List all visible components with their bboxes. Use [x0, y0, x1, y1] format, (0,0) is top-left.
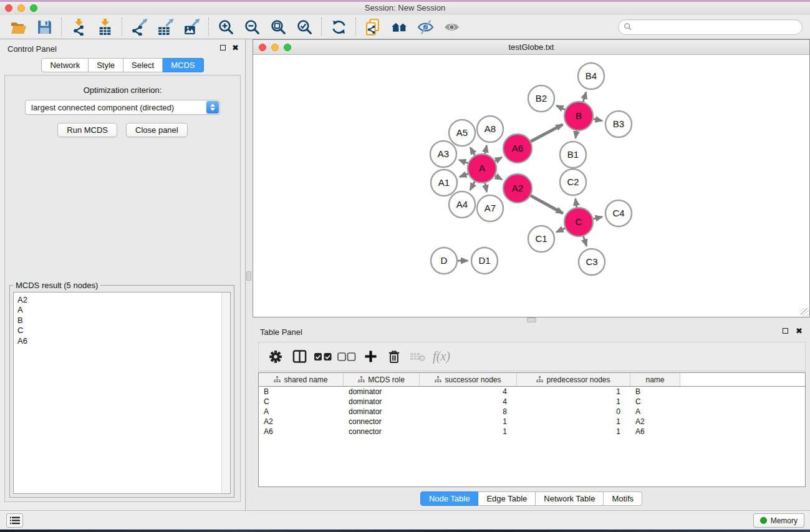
new-network-from-selection-button[interactable] [360, 16, 386, 37]
edge-A-A8[interactable] [485, 145, 487, 153]
tab-style[interactable]: Style [89, 58, 123, 72]
tab-select[interactable]: Select [123, 58, 163, 72]
column-header-predecessor-nodes[interactable]: predecessor nodes [517, 373, 630, 386]
memory-button[interactable]: Memory [753, 513, 804, 528]
cell-name[interactable]: B [630, 387, 680, 396]
graph-node-B[interactable]: B [564, 102, 593, 130]
mcds-result-item[interactable]: A6 [14, 336, 230, 346]
optimization-criterion-dropdown[interactable]: largest connected component (directed) [25, 100, 220, 115]
hide-selected-button[interactable] [412, 16, 438, 37]
edge-B-B3[interactable] [594, 119, 602, 121]
table-row-C[interactable]: Cdominator41C [259, 397, 805, 407]
zoom-out-button[interactable] [239, 16, 265, 37]
cell-MCDS-role[interactable]: dominator [344, 397, 420, 406]
edge-A-A1[interactable] [460, 174, 468, 177]
save-session-button[interactable] [31, 16, 57, 37]
mcds-result-item[interactable]: A [14, 305, 230, 315]
graph-node-C3[interactable]: C3 [579, 249, 605, 275]
deselect-all-columns-button[interactable] [336, 346, 357, 367]
graph-node-D[interactable]: D [431, 248, 457, 274]
edge-B-B1[interactable] [576, 131, 577, 138]
edge-A-A4[interactable] [470, 181, 475, 190]
edge-A6-B[interactable] [531, 125, 562, 142]
cell-name[interactable]: C [630, 397, 680, 406]
delete-column-button[interactable] [383, 346, 405, 367]
graph-node-D1[interactable]: D1 [471, 248, 498, 274]
tab-mcds[interactable]: MCDS [163, 58, 203, 72]
select-all-columns-button[interactable] [312, 346, 334, 367]
edge-C-C1[interactable] [557, 228, 566, 232]
mcds-result-item[interactable]: C [14, 326, 230, 336]
graph-node-A5[interactable]: A5 [449, 120, 475, 146]
export-image-button[interactable] [178, 16, 205, 37]
cell-MCDS-role[interactable]: connector [344, 417, 420, 426]
zoom-fit-button[interactable] [265, 16, 291, 37]
refresh-layout-button[interactable] [325, 16, 352, 37]
open-session-button[interactable] [5, 16, 31, 37]
graph-node-A6[interactable]: A6 [503, 134, 532, 163]
cell-shared-name[interactable]: B [259, 387, 344, 396]
graph-node-A8[interactable]: A8 [477, 116, 503, 142]
graph-node-C1[interactable]: C1 [528, 226, 554, 252]
cell-successor-nodes[interactable]: 1 [420, 417, 517, 426]
cell-predecessor-nodes[interactable]: 1 [517, 417, 630, 426]
cell-shared-name[interactable]: C [259, 397, 344, 406]
network-graph[interactable]: AA1A2A3A4A5A6A7A8BB1B2B3B4CC1C2C3C4DD1 [253, 55, 809, 317]
graph-node-A[interactable]: A [468, 154, 496, 183]
settings-gear-button[interactable] [265, 346, 286, 367]
edge-C-C4[interactable] [593, 217, 602, 219]
cell-successor-nodes[interactable]: 4 [420, 397, 517, 406]
create-column-button[interactable] [360, 346, 381, 367]
graph-node-A3[interactable]: A3 [430, 141, 456, 167]
zoom-selected-button[interactable] [291, 16, 317, 37]
window-resize-grip[interactable] [801, 308, 809, 316]
result-list-scrollbar[interactable] [221, 293, 230, 493]
column-header-name[interactable]: name [630, 373, 680, 386]
horizontal-split-handle[interactable] [527, 317, 536, 322]
close-panel-icon[interactable]: ✖ [232, 44, 239, 51]
cell-predecessor-nodes[interactable]: 0 [517, 407, 630, 416]
export-network-button[interactable] [126, 16, 152, 37]
tab-motifs[interactable]: Motifs [604, 491, 642, 506]
cell-shared-name[interactable]: A [259, 407, 344, 416]
cell-successor-nodes[interactable]: 8 [420, 407, 517, 416]
graph-node-B3[interactable]: B3 [605, 111, 632, 137]
graph-node-A4[interactable]: A4 [449, 191, 475, 218]
graph-node-B2[interactable]: B2 [528, 85, 554, 112]
tab-node-table[interactable]: Node Table [420, 491, 479, 506]
column-header-successor-nodes[interactable]: successor nodes [420, 373, 517, 386]
zoom-in-button[interactable] [213, 16, 239, 37]
tab-network[interactable]: Network [41, 58, 89, 72]
column-header-shared-name[interactable]: shared name [259, 373, 344, 386]
search-input[interactable] [635, 22, 797, 31]
edge-A-A3[interactable] [459, 160, 468, 163]
edge-B-B2[interactable] [557, 105, 566, 110]
mcds-result-item[interactable]: A2 [14, 295, 230, 305]
vertical-split-handle[interactable] [246, 271, 251, 281]
tab-network-table[interactable]: Network Table [536, 491, 604, 506]
table-row-A[interactable]: Adominator80A [259, 407, 805, 417]
float-table-panel-icon[interactable] [783, 328, 788, 334]
cell-name[interactable]: A2 [630, 417, 680, 426]
edge-C-C2[interactable] [576, 199, 577, 208]
cell-predecessor-nodes[interactable]: 1 [517, 387, 630, 396]
float-panel-icon[interactable] [220, 45, 226, 51]
graph-node-B4[interactable]: B4 [578, 63, 604, 89]
cell-shared-name[interactable]: A2 [259, 417, 344, 426]
table-row-A2[interactable]: A2connector11A2 [259, 417, 805, 427]
tab-edge-table[interactable]: Edge Table [478, 491, 536, 506]
task-history-button[interactable] [6, 513, 23, 528]
cell-MCDS-role[interactable]: dominator [344, 407, 420, 416]
close-table-panel-icon[interactable]: ✖ [796, 327, 803, 334]
graph-node-C2[interactable]: C2 [560, 169, 586, 195]
cell-successor-nodes[interactable]: 4 [420, 387, 517, 396]
cell-shared-name[interactable]: A6 [259, 427, 344, 436]
close-panel-button[interactable]: Close panel [126, 123, 188, 137]
network-canvas[interactable]: AA1A2A3A4A5A6A7A8BB1B2B3B4CC1C2C3C4DD1 [253, 55, 809, 317]
cell-MCDS-role[interactable]: dominator [344, 387, 420, 396]
graph-node-A2[interactable]: A2 [503, 174, 532, 203]
edge-A-A5[interactable] [470, 148, 475, 156]
cell-predecessor-nodes[interactable]: 1 [517, 427, 630, 436]
search-box[interactable] [618, 19, 803, 35]
run-mcds-button[interactable]: Run MCDS [57, 123, 117, 137]
